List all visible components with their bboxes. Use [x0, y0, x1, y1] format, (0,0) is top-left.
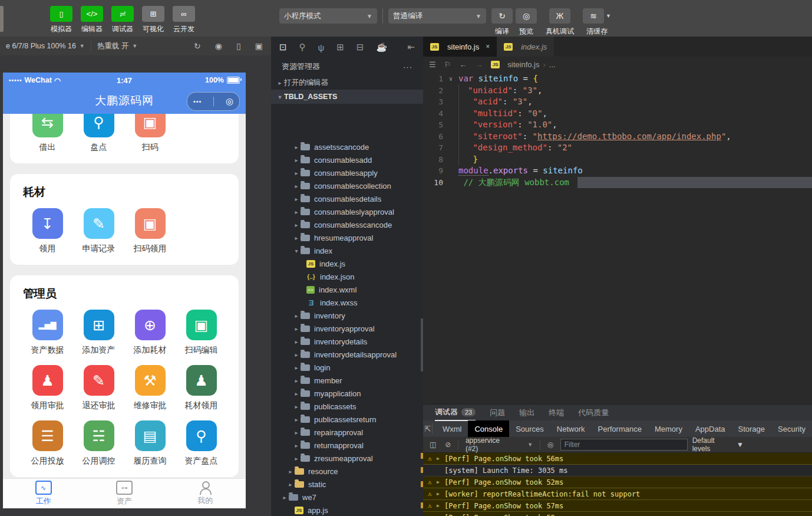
- tree-item-consumablescollection[interactable]: ▸consumablescollection: [271, 179, 423, 192]
- tree-item-returnapproval[interactable]: ▸returnapproval: [271, 439, 423, 452]
- action-clear-cache[interactable]: ≋▼清缓存: [583, 8, 611, 37]
- grid-item-apply-records[interactable]: ✎申请记录: [82, 208, 115, 254]
- sidebar-toggle-icon[interactable]: ◫: [428, 441, 438, 449]
- panel-tab-debugger[interactable]: 调试器23: [435, 404, 476, 421]
- outline-icon[interactable]: ☰: [429, 60, 436, 69]
- console-log-row[interactable]: ⚠▶[Perf] Page.onShow took 57ms: [423, 500, 812, 512]
- tab-assets[interactable]: ⊶资产: [84, 479, 164, 508]
- toolbar-button-cloud-dev[interactable]: ∞云开发: [172, 6, 196, 34]
- tree-item-we7[interactable]: ▸we7: [271, 491, 423, 504]
- grid-item-asset-data[interactable]: ▂▅▇资产数据: [31, 310, 64, 356]
- collapse-sidebar-icon[interactable]: ⇤: [407, 42, 415, 52]
- grid-item-lend[interactable]: ⇆借出: [32, 114, 63, 153]
- bookmark-icon[interactable]: ⚐: [444, 60, 451, 69]
- tree-item-repairapproval[interactable]: ▸repairapproval: [271, 426, 423, 439]
- devtools-tab-console[interactable]: Console: [468, 420, 509, 437]
- grid-item-public-control[interactable]: ☵公用调控: [82, 420, 115, 466]
- rotate-icon[interactable]: ↻: [194, 41, 201, 51]
- fold-icon[interactable]: ∨: [449, 73, 458, 85]
- toolbar-button-editor[interactable]: </>编辑器: [80, 6, 104, 34]
- grid-item-scan-receive[interactable]: ▣扫码领用: [134, 208, 167, 254]
- grid-item-stocktake[interactable]: ⚲盘点: [84, 114, 114, 153]
- devtools-tab-performance[interactable]: Performance: [592, 420, 648, 437]
- tree-item-inventory[interactable]: ▸inventory: [271, 309, 423, 322]
- tree-item-consumablesapply[interactable]: ▸consumablesapply: [271, 166, 423, 179]
- code-area[interactable]: 1∨var siteinfo = {2 "uniacid": "3",3 "ac…: [423, 72, 812, 188]
- multi-window-icon[interactable]: ▣: [255, 41, 263, 51]
- grid-item-history-query[interactable]: ▤履历查询: [134, 420, 167, 466]
- console-log-row[interactable]: [system] Launch Time: 3035 ms: [423, 465, 812, 476]
- tab-mine[interactable]: 我的: [165, 479, 246, 508]
- tree-item-inventoryapproval[interactable]: ▸inventoryapproval: [271, 322, 423, 335]
- action-compile[interactable]: ↻编译: [491, 8, 513, 37]
- grid-item-add-consumable[interactable]: ⊕添加耗材: [134, 310, 167, 356]
- back-icon[interactable]: ←: [459, 60, 467, 69]
- toolbar-button-visualization[interactable]: ⊞可视化: [141, 6, 165, 34]
- tree-item-index.wxss[interactable]: Ǝindex.wxss: [271, 296, 423, 309]
- console-log-row[interactable]: ⚠▶[Perf] Page.onShow took 58ms: [423, 512, 812, 516]
- grid-item-public-distribute[interactable]: ☰公用投放: [31, 420, 64, 466]
- capsule-menu[interactable]: ••• ◎: [187, 92, 240, 111]
- expand-arrow-icon[interactable]: ▶: [437, 456, 444, 461]
- grid-item-scan[interactable]: ▣扫码: [135, 114, 166, 153]
- tree-item-publicassetsreturn[interactable]: ▸publicassetsreturn: [271, 413, 423, 426]
- panel-tab-output[interactable]: 输出: [519, 405, 534, 420]
- window-icon[interactable]: ⊟: [357, 42, 364, 52]
- files-icon[interactable]: ⊡: [279, 42, 287, 52]
- console-log-row[interactable]: ⚠▶[Perf] Page.onShow took 56ms: [423, 453, 812, 465]
- context-select[interactable]: appservice (#2) ▼: [463, 436, 535, 453]
- devtools-tab-storage[interactable]: Storage: [731, 420, 771, 437]
- theme-icon[interactable]: ☕: [376, 42, 387, 52]
- clear-console-icon[interactable]: ⊘: [443, 441, 453, 449]
- grid-item-return-approval[interactable]: ✎退还审批: [82, 365, 115, 411]
- devtools-tab-network[interactable]: Network: [550, 420, 592, 437]
- breadcrumb[interactable]: JS siteinfo.js › ...: [491, 60, 555, 69]
- tree-item-app.js[interactable]: JSapp.js: [271, 504, 423, 516]
- more-actions-icon[interactable]: ···: [403, 63, 412, 71]
- tree-item-myapplication[interactable]: ▸myapplication: [271, 387, 423, 400]
- devtools-tab-security[interactable]: Security: [771, 420, 812, 437]
- console-log-row[interactable]: ⚠▶[Perf] Page.onShow took 52ms: [423, 476, 812, 488]
- inspect-element-icon[interactable]: ⇱: [423, 425, 432, 433]
- expand-arrow-icon[interactable]: ▶: [437, 491, 444, 497]
- grid-item-repair-approval[interactable]: ⚒维修审批: [134, 365, 167, 411]
- grid-item-scan-edit[interactable]: ▣扫码编辑: [185, 310, 218, 356]
- expand-arrow-icon[interactable]: ▶: [437, 479, 444, 485]
- expand-arrow-icon[interactable]: ▶: [437, 503, 444, 508]
- tree-item-index[interactable]: ▾index: [271, 244, 423, 257]
- toolbar-button-debugger[interactable]: ≓调试器: [111, 6, 134, 34]
- tree-item-resource[interactable]: ▸resource: [271, 465, 423, 478]
- tree-item-publicassets[interactable]: ▸publicassets: [271, 400, 423, 413]
- grid-item-add-asset[interactable]: ⊞添加资产: [82, 310, 115, 356]
- open-editors-row[interactable]: ▸ 打开的编辑器: [271, 75, 423, 90]
- forward-icon[interactable]: →: [475, 60, 483, 69]
- close-icon[interactable]: ×: [486, 42, 490, 51]
- tree-item-index.wxml[interactable]: <>index.wxml: [271, 283, 423, 296]
- tree-item-hresumeapproval[interactable]: ▸hresumeapproval: [271, 231, 423, 244]
- log-levels-select[interactable]: Default levels ▼: [692, 436, 744, 453]
- compile-mode-select[interactable]: 普通编译 ▼: [388, 8, 486, 24]
- tree-item-member[interactable]: ▸member: [271, 374, 423, 387]
- panel-tab-code-quality[interactable]: 代码质量: [578, 405, 609, 420]
- console-log-row[interactable]: ⚠▶[worker] reportRealtimeAction:fail not…: [423, 488, 812, 500]
- tree-item-login[interactable]: ▸login: [271, 361, 423, 374]
- minimize-target-icon[interactable]: ◎: [226, 96, 233, 107]
- devtools-tab-wxml[interactable]: Wxml: [436, 420, 468, 437]
- editor-tab-siteinfo.js[interactable]: JSsiteinfo.js×: [423, 37, 497, 57]
- project-root-row[interactable]: ▾ TBLD_ASSETS: [271, 90, 423, 104]
- eye-icon[interactable]: ◎: [545, 441, 555, 449]
- search-icon[interactable]: ⚲: [299, 42, 306, 52]
- tree-item-assetsscancode[interactable]: ▸assetsscancode: [271, 140, 423, 153]
- tree-item-zresumeapproval[interactable]: ▸zresumeapproval: [271, 452, 423, 465]
- grid-item-consumable-receive-admin[interactable]: ♟耗材领用: [185, 365, 218, 411]
- panel-tab-terminal[interactable]: 终端: [549, 405, 564, 420]
- devtools-tab-sources[interactable]: Sources: [509, 420, 550, 437]
- panel-tab-problems[interactable]: 问题: [490, 405, 505, 420]
- grid-item-asset-stocktake[interactable]: ⚲资产盘点: [185, 420, 218, 466]
- tree-item-consumablesadd[interactable]: ▸consumablesadd: [271, 153, 423, 166]
- tab-work[interactable]: ∿工作: [3, 479, 84, 508]
- tree-item-static[interactable]: ▸static: [271, 478, 423, 491]
- record-icon[interactable]: ◉: [215, 41, 222, 51]
- tree-item-index.js[interactable]: JSindex.js: [271, 257, 423, 270]
- tree-item-consumablesdetails[interactable]: ▸consumablesdetails: [271, 192, 423, 205]
